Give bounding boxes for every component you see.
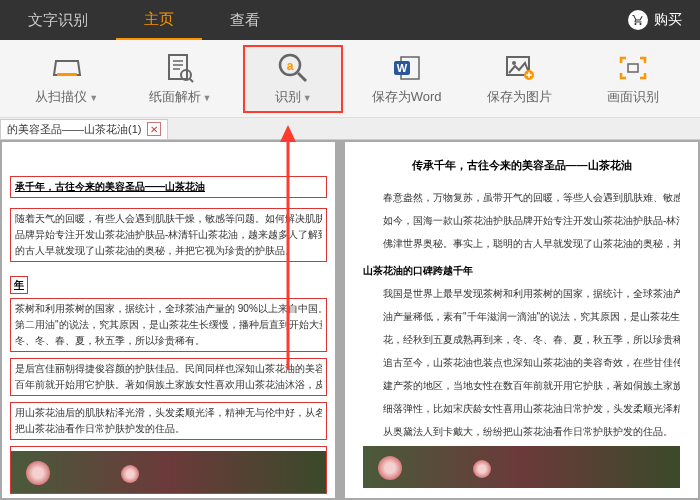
text-line: 我国是世界上最早发现茶树和利用茶树的国家，据统计，全球茶油产量的 90%以上来 [363,285,680,302]
svg-point-14 [512,61,516,65]
svg-rect-1 [169,55,187,79]
main-tab-bar: 文字识别 主页 查看 购买 [0,0,700,40]
magnifier-icon: a [277,52,309,84]
text-line: 冬、冬、春、夏，秋五季，所以珍贵稀有。 [15,333,322,349]
source-pane: 承千年，古往今来的美容圣品——山茶花油 随着天气的回暖，有些人会遇到肌肤干燥，敏… [2,142,335,498]
text-line: 佛津世界奥秘。事实上，聪明的古人早就发现了山茶花油的奥秘，并把它视为珍贵的护肤品… [363,235,680,252]
document-tab-bar: 的美容圣品——山茶花油(1) ✕ [0,118,700,140]
save-word-button[interactable]: W 保存为Word [357,45,457,113]
text-line: 茶树和利用茶树的国家，据统计，全球茶油产量的 90%以上来自中国。不过山茶花 [15,301,322,317]
document-search-icon [166,52,194,84]
svg-line-6 [190,79,193,82]
svg-text:W: W [396,62,407,74]
tab-home[interactable]: 主页 [116,0,202,40]
svg-line-8 [298,73,306,81]
svg-rect-0 [57,73,77,76]
screen-capture-icon [618,52,648,84]
word-icon: W [392,52,422,84]
buy-label: 购买 [654,11,682,29]
chevron-down-icon: ▼ [303,93,312,103]
toolbar: 从扫描仪▼ 纸面解析▼ a 识别▼ W 保存为Word 保存为图片 画面识别 [0,40,700,118]
cart-icon [628,10,648,30]
sub-heading: 年 [10,276,28,294]
text-line: 是后宫佳丽朝得捷俊容颜的护肤佳品。民间同样也深知山茶花油的美容奇效，在一些 [15,361,322,377]
text-line: 的古人早就发现了山茶花油的奥秘，并把它视为珍贵的护肤品。 [15,243,322,259]
result-pane: 传承千年，古往今来的美容圣品——山茶花油 春意盎然，万物复苏，虽带开气的回暖，等… [345,142,698,498]
document-tab[interactable]: 的美容圣品——山茶花油(1) ✕ [0,119,168,139]
text-line: 细落弹性，比如宋庆龄女性喜用山茶花油日常护发，头发柔顺光泽精神无与伦中好，从名媛… [363,400,680,417]
scanner-icon [52,52,82,84]
text-line: 油产量稀低，素有"千年滋润一滴油"的说法，究其原因，是山茶花生长缓慢万可上山俯，… [363,308,680,325]
chevron-down-icon: ▼ [203,93,212,103]
content-area: 承千年，古往今来的美容圣品——山茶花油 随着天气的回暖，有些人会遇到肌肤干燥，敏… [0,140,700,500]
chevron-down-icon: ▼ [89,93,98,103]
text-line: 用山茶花油后的肌肤粘泽光滑，头发柔顺光泽，精神无与伦中好，从名媛到明星 [15,405,322,421]
text-line: 随着天气的回暖，有些人会遇到肌肤干燥，敏感等问题。如何解决肌肤换季节问题呢？ [15,211,322,227]
save-image-button[interactable]: 保存为图片 [470,45,570,113]
svg-text:a: a [287,59,294,73]
image-icon [505,52,535,84]
buy-button[interactable]: 购买 [610,0,700,40]
text-line: 百年前就开始用它护肤。著如侗族土家族女性喜欢用山茶花油沐浴，皮肤极宜弹性 [15,377,322,393]
screen-ocr-button[interactable]: 画面识别 [583,45,683,113]
right-title: 传承千年，古往今来的美容圣品——山茶花油 [363,156,680,175]
sub-heading: 山茶花油的口碑跨越千年 [363,262,680,279]
close-icon[interactable]: ✕ [147,122,161,136]
scanner-button[interactable]: 从扫描仪▼ [17,45,117,113]
image-thumbnail [11,451,326,493]
tab-view[interactable]: 查看 [202,0,288,40]
text-line: 从奥黛法人到卡戴大，纷纷把山茶花油看作日常护肤护发的住品。 [363,423,680,440]
text-line: 如今，国海一款山茶花油护肤品牌开始专注开发山茶花油护肤品-林清轩山茶花油，越来越… [363,212,680,229]
image-thumbnail [363,446,680,488]
left-title: 承千年，古往今来的美容圣品——山茶花油 [10,176,327,198]
page-parse-button[interactable]: 纸面解析▼ [130,45,230,113]
text-line: 春意盎然，万物复苏，虽带开气的回暖，等些人会遇到肌肤难、敏感等问题。如何解决肌肤… [363,189,680,206]
pane-divider[interactable] [337,140,343,500]
text-line: 追古至今，山茶花油也装点也深知山茶花油的美容奇效，在些甘佳传统和山茶花油的美容奇… [363,354,680,371]
svg-rect-16 [628,64,638,72]
recognize-button[interactable]: a 识别▼ [243,45,343,113]
text-line: 把山茶花油看作日常护肤护发的住品。 [15,421,322,437]
text-line: 第二用油"的说法，究其原因，是山茶花生长缓慢，播种后直到开始大量产籽，而山茶果从… [15,317,322,333]
text-line: 建产茶的地区，当地女性在数百年前就开用它护肤，著如侗族土家族女性喜用山茶花油沐浴… [363,377,680,394]
text-line: 品牌异始专注开发山茶花油护肤品-林清轩山茶花油，越来越多人了解到山茶花油 [15,227,322,243]
tab-ocr[interactable]: 文字识别 [0,0,116,40]
text-line: 花，经秋到五夏成熟再到来，冬、冬、春、夏，秋五季，所以珍贵稀有。 [363,331,680,348]
